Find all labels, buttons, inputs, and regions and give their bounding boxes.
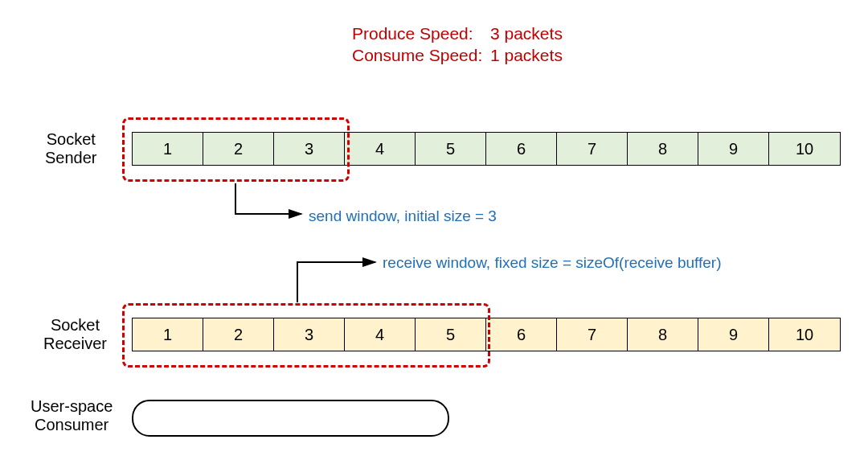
receiver-cell: 10 [769,318,840,351]
consumer-label-line1: User-space [31,397,113,416]
sender-cell: 7 [557,133,628,165]
receiver-label-line2: Receiver [43,335,107,353]
sender-cell: 6 [486,133,557,165]
sender-cell: 10 [769,133,840,165]
receiver-cell: 9 [698,318,769,351]
sender-label: Socket Sender [45,130,97,167]
arrows-overlay [0,0,868,460]
receive-window-highlight [122,303,490,368]
receiver-cell: 7 [557,318,628,351]
consumer-box [132,400,449,437]
receiver-cell: 6 [486,318,557,351]
consume-speed-label: Consume Speed: [352,44,490,66]
speed-info: Produce Speed: 3 packets Consume Speed: … [352,23,563,67]
sender-label-line2: Sender [45,149,97,167]
sender-cell: 9 [698,133,769,165]
consumer-label-line2: Consumer [31,416,113,434]
produce-speed-value: 3 packets [490,23,563,44]
send-window-arrow-icon [235,183,301,214]
sender-cell: 8 [628,133,698,165]
receiver-label: Socket Receiver [43,316,107,353]
sender-cell: 5 [416,133,486,165]
consume-speed-value: 1 packets [490,44,563,66]
consumer-label: User-space Consumer [31,397,113,434]
sender-label-line1: Socket [45,130,97,149]
send-window-annotation: send window, initial size = 3 [309,207,497,225]
sender-cell: 4 [345,133,416,165]
produce-speed-label: Produce Speed: [352,23,490,44]
receiver-cell: 8 [628,318,698,351]
receive-window-arrow-icon [297,262,375,302]
send-window-highlight [122,117,350,182]
receiver-label-line1: Socket [43,316,107,335]
receive-window-annotation: receive window, fixed size = sizeOf(rece… [383,254,722,272]
